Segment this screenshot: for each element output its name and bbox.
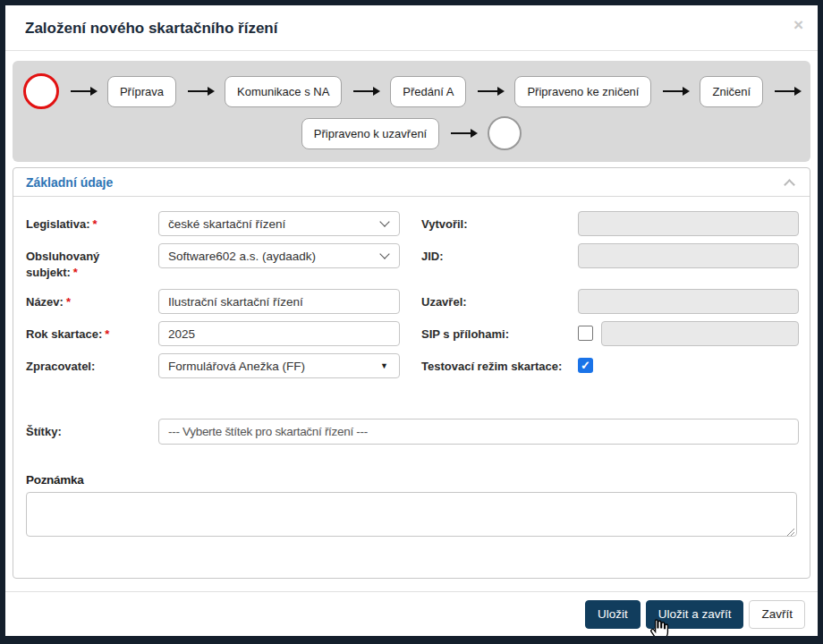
workflow-step-pripraveno-ke-zniceni: Připraveno ke zničení <box>514 76 651 107</box>
required-marker: * <box>73 266 78 279</box>
chevron-up-icon[interactable] <box>784 179 795 191</box>
field-row-sip-s-prilohami: SIP s přílohami: <box>421 321 799 353</box>
arrow-right-icon <box>775 90 800 92</box>
workflow-end-circle <box>488 116 522 150</box>
jid-label: JID: <box>421 243 578 265</box>
poznamka-label: Poznámka <box>26 473 797 487</box>
field-row-vytvoril: Vytvořil: <box>421 211 799 243</box>
section-title: Základní údaje <box>26 175 113 190</box>
arrow-right-icon <box>71 90 96 92</box>
sip-s-prilohami-checkbox[interactable] <box>578 326 593 341</box>
close-icon[interactable]: × <box>793 16 803 33</box>
field-row-testovaci-rezim: Testovací režim skartace: ✓ <box>421 353 799 386</box>
stitky-input[interactable] <box>158 419 799 445</box>
zpracovatel-label: Zpracovatel: <box>26 353 158 375</box>
form-column-right: Vytvořil: JID: Uzavřel: <box>421 211 799 386</box>
basic-data-panel: Základní údaje Legislativa:* české skart… <box>13 167 810 579</box>
rok-skartace-input[interactable] <box>158 321 400 346</box>
poznamka-textarea[interactable] <box>26 492 797 537</box>
nazev-label: Název:* <box>26 289 158 310</box>
testovaci-rezim-checkbox[interactable]: ✓ <box>578 358 593 373</box>
caret-down-icon: ▼ <box>380 361 388 370</box>
field-row-legislativa: Legislativa:* české skartační řízení <box>26 211 400 243</box>
uzavrel-label: Uzavřel: <box>421 289 578 310</box>
field-row-uzavrel: Uzavřel: <box>421 289 799 321</box>
uzavrel-input <box>578 289 799 314</box>
workflow-step-zniceni: Zničení <box>700 76 763 107</box>
field-row-obsluhovany-subjekt: Obsluhovaný subjekt:* Software602 a.s. (… <box>26 243 400 289</box>
stitky-label: Štítky: <box>26 419 158 440</box>
arrow-right-icon <box>451 132 476 134</box>
vytvoril-input <box>578 211 799 236</box>
testovaci-rezim-label: Testovací režim skartace: <box>421 353 578 375</box>
obsluhovany-subjekt-label: Obsluhovaný subjekt:* <box>26 243 158 280</box>
field-row-zpracovatel: Zpracovatel: Formulářová Anežka (FF) ▼ <box>26 353 400 386</box>
chevron-down-icon <box>379 249 389 258</box>
page-title: Založení nového skartačního řízení <box>25 20 798 38</box>
workflow-step-komunikace-s-na: Komunikace s NA <box>225 76 342 107</box>
obsluhovany-subjekt-selected-value: Software602 a.s. (aydaadk) <box>168 250 316 263</box>
vytvoril-label: Vytvořil: <box>421 211 578 233</box>
field-row-rok-skartace: Rok skartace:* <box>26 321 400 353</box>
field-row-jid: JID: <box>421 243 799 289</box>
workflow-row-2: Připraveno k uzavření <box>21 115 802 151</box>
field-row-stitky: Štítky: <box>26 419 799 445</box>
form-column-left: Legislativa:* české skartační řízení Obs… <box>26 211 400 386</box>
required-marker: * <box>66 295 71 309</box>
arrow-right-icon <box>663 90 688 92</box>
zpracovatel-select[interactable]: Formulářová Anežka (FF) ▼ <box>158 353 400 378</box>
dialog-new-shredding-procedure: Založení nového skartačního řízení × Pří… <box>0 0 823 644</box>
field-row-nazev: Název:* <box>26 289 400 321</box>
chevron-down-icon <box>379 216 389 226</box>
basic-data-panel-header[interactable]: Základní údaje <box>13 168 810 197</box>
nazev-input[interactable] <box>158 289 400 314</box>
workflow-diagram: Příprava Komunikace s NA Předání A Připr… <box>13 61 810 162</box>
save-button[interactable]: Uložit <box>585 600 641 629</box>
close-button[interactable]: Zavřít <box>749 600 805 629</box>
dialog-header: Založení nového skartačního řízení × <box>5 5 818 51</box>
workflow-step-predani-a: Předání A <box>390 76 466 107</box>
obsluhovany-subjekt-select[interactable]: Software602 a.s. (aydaadk) <box>158 243 400 268</box>
arrow-right-icon <box>478 90 503 92</box>
workflow-row-1: Příprava Komunikace s NA Předání A Připr… <box>21 73 802 109</box>
required-marker: * <box>93 217 98 231</box>
sip-s-prilohami-label: SIP s přílohami: <box>421 321 578 343</box>
legislativa-select[interactable]: české skartační řízení <box>158 211 400 236</box>
workflow-step-priprava: Příprava <box>107 76 176 107</box>
save-and-close-button[interactable]: Uložit a zavřít <box>646 600 744 629</box>
required-marker: * <box>105 327 109 341</box>
rok-skartace-label: Rok skartace:* <box>26 321 158 343</box>
zpracovatel-selected-value: Formulářová Anežka (FF) <box>168 360 305 373</box>
field-row-poznamka: Poznámka <box>26 473 799 540</box>
arrow-right-icon <box>353 90 378 92</box>
dialog-footer: Uložit Uložit a zavřít Zavřít <box>5 591 818 636</box>
legislativa-label: Legislativa:* <box>26 211 158 233</box>
jid-input <box>578 243 799 268</box>
workflow-step-pripraveno-k-uzavreni: Připraveno k uzavření <box>301 118 439 149</box>
workflow-start-circle <box>23 73 59 109</box>
basic-data-panel-body: Legislativa:* české skartační řízení Obs… <box>13 197 810 540</box>
arrow-right-icon <box>188 90 213 92</box>
sip-s-prilohami-input <box>601 321 799 346</box>
legislativa-selected-value: české skartační řízení <box>168 217 285 231</box>
